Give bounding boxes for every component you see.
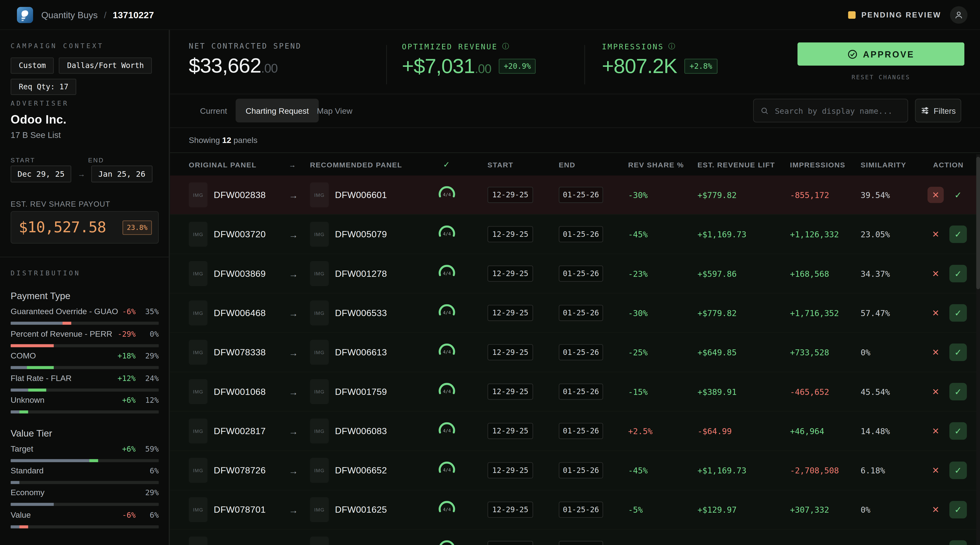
impressions-value: +307,332 [790,490,829,529]
tab-current[interactable]: Current [200,94,227,127]
row-start-date[interactable]: 12-29-25 [488,187,533,203]
recommended-panel-thumbnail: IMG [310,379,329,404]
rev-share-value: -45% [628,215,648,254]
revenue-lift-value: +$1,169.73 [697,215,746,254]
dist-item-delta: -6% [122,511,135,520]
dist-item-bar [11,503,159,506]
info-icon[interactable]: ⓘ [668,42,676,51]
row-end-date[interactable]: 01-25-26 [559,265,603,282]
reject-row-button[interactable]: ✕ [928,423,944,439]
reject-row-button[interactable]: ✕ [928,384,944,400]
reject-row-button[interactable]: ✕ [928,187,944,203]
recommended-panel-code: DFW006068 [335,544,387,545]
optimized-revenue-value: +$7,031.00 [402,56,491,76]
accept-row-button[interactable]: ✓ [949,186,967,203]
reject-row-button[interactable]: ✕ [928,502,944,518]
row-end-date[interactable]: 01-25-26 [559,423,603,439]
row-start-date[interactable]: 12-29-25 [488,226,533,242]
col-original-panel[interactable]: ORIGINAL PANEL [189,153,257,176]
impressions-value: -465,652 [790,372,829,411]
reset-changes-link[interactable]: RESET CHANGES [797,74,964,81]
tab-charting-request[interactable]: Charting Request [235,99,319,122]
approve-button[interactable]: APPROVE [797,42,964,66]
scrollbar-thumb[interactable] [976,157,980,289]
similarity-value: 57.47% [861,294,890,332]
filters-button[interactable]: Filters [915,99,961,122]
impressions-value: +46,964 [790,412,824,450]
user-avatar[interactable] [950,6,967,24]
row-end-date[interactable]: 01-25-26 [559,305,603,321]
sidebar: CAMPAIGN CONTEXT Custom Dallas/Fort Wort… [0,29,170,545]
arrow-icon: → [289,268,298,279]
accept-row-button[interactable]: ✓ [949,501,967,518]
reject-row-button[interactable]: ✕ [928,462,944,478]
reject-row-button[interactable]: ✕ [928,305,944,321]
row-start-date[interactable]: 12-29-25 [488,502,533,518]
recommended-panel-thumbnail: IMG [310,458,329,483]
screens-gauge: 4/4 [438,422,456,440]
col-start[interactable]: START [488,153,514,176]
similarity-value: 39.54% [861,176,890,215]
row-start-date[interactable]: 12-29-25 [488,462,533,478]
row-end-date[interactable]: 01-25-26 [559,384,603,400]
row-start-date[interactable]: 12-29-25 [488,344,533,361]
revenue-lift-value: -$64.99 [697,412,732,450]
vertical-scrollbar[interactable] [976,154,980,545]
tab-map-view[interactable]: Map View [317,94,352,127]
col-impressions[interactable]: IMPRESSIONS [790,153,845,176]
row-end-date[interactable]: 01-25-26 [559,344,603,361]
screens-gauge: 4/4 [438,343,456,362]
row-end-date[interactable]: 01-25-26 [559,226,603,242]
original-panel-code: DFW003720 [214,229,266,239]
dist-item-delta: +18% [118,352,135,361]
row-start-date[interactable]: 12-29-25 [488,384,533,400]
row-start-date[interactable]: 12-29-25 [488,265,533,282]
accept-row-button[interactable]: ✓ [949,422,967,440]
col-rev-share[interactable]: REV SHARE % [628,153,684,176]
info-icon[interactable]: ⓘ [502,42,510,51]
original-panel-thumbnail: IMG [189,183,207,207]
dist-item-label: COMO [11,351,118,361]
rev-share-value: -45% [628,451,648,490]
chip-custom: Custom [11,57,54,74]
reject-row-button[interactable]: ✕ [928,265,944,282]
recommended-panel-thumbnail: IMG [310,261,329,286]
dist-item: Percent of Revenue - PERR-29%0% [11,329,159,348]
campaign-context-label: CAMPAIGN CONTEXT [11,42,159,49]
accept-row-button[interactable]: ✓ [949,462,967,479]
reject-row-button[interactable]: ✕ [928,541,944,545]
accept-row-button[interactable]: ✓ [949,383,967,400]
row-end-date[interactable]: 01-25-26 [559,502,603,518]
row-end-date[interactable]: 01-25-26 [559,187,603,203]
accept-row-button[interactable]: ✓ [949,540,967,545]
accept-row-button[interactable]: ✓ [949,304,967,322]
accept-row-button[interactable]: ✓ [949,265,967,282]
arrow-icon: → [289,229,298,240]
similarity-value: 34.37% [861,254,890,293]
row-end-date[interactable]: 01-25-26 [559,541,603,545]
dist-item: Unknown+6%12% [11,395,159,413]
row-start-date[interactable]: 12-29-25 [488,305,533,321]
col-recommended-panel[interactable]: RECOMMENDED PANEL [310,153,402,176]
row-start-date[interactable]: 12-29-25 [488,541,533,545]
rev-share-value: -30% [628,294,648,332]
col-est-revenue-lift[interactable]: EST. REVENUE LIFT [697,153,775,176]
reject-row-button[interactable]: ✕ [928,344,944,361]
row-start-date[interactable]: 12-29-25 [488,423,533,439]
search-input[interactable] [774,105,908,116]
reject-row-button[interactable]: ✕ [928,226,944,242]
recommended-panel-code: DFW001759 [335,387,387,397]
recommended-panel-thumbnail: IMG [310,300,329,326]
col-end[interactable]: END [559,153,576,176]
payout-card: $10,527.58 23.8% [11,211,159,244]
campaign-start-date[interactable]: Dec 29, 25 [11,165,72,182]
row-end-date[interactable]: 01-25-26 [559,462,603,478]
dist-item-delta: -6% [122,307,135,316]
accept-row-button[interactable]: ✓ [949,226,967,243]
rev-share-value: -50% [628,530,648,545]
arrow-icon: → [289,544,298,545]
col-similarity[interactable]: SIMILARITY [861,153,907,176]
campaign-end-date[interactable]: Jan 25, 26 [92,165,153,182]
accept-row-button[interactable]: ✓ [949,343,967,361]
recommended-panel-thumbnail: IMG [310,537,329,545]
